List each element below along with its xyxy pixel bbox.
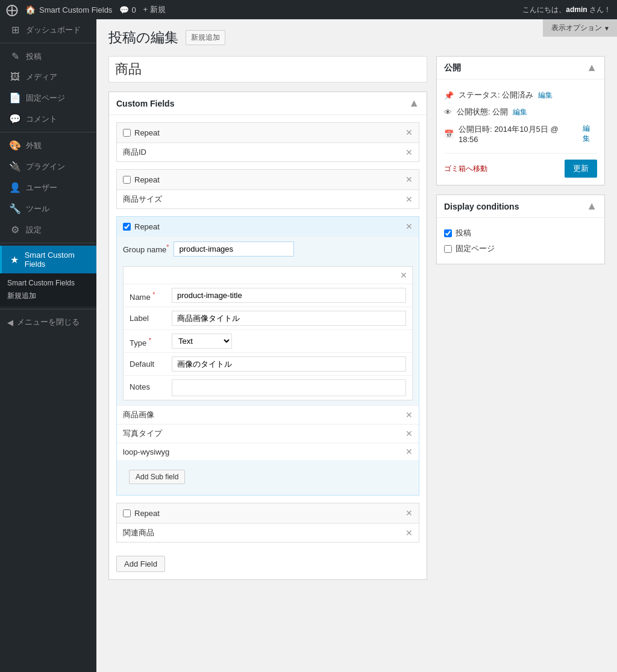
sf-name-input[interactable] <box>172 288 406 303</box>
sidebar-item-label: ユーザー <box>26 182 57 193</box>
sidebar-item-settings[interactable]: ⚙ 設定 <box>0 219 96 240</box>
cf-section-1-header: Repeat ✕ <box>117 123 419 143</box>
new-content-link[interactable]: + 新規 <box>143 4 166 15</box>
cf-field-name-2: 商品サイズ <box>123 194 406 205</box>
sidebar-item-label: ツール <box>26 204 49 214</box>
content-columns: Custom Fields ▲ Repeat ✕ <box>108 56 605 589</box>
pub-status-edit[interactable]: 編集 <box>538 90 553 101</box>
pub-visibility-edit[interactable]: 編集 <box>513 107 527 117</box>
pub-visibility-label: 公開状態: 公開 <box>457 107 508 117</box>
repeat-checkbox-3[interactable] <box>123 223 131 231</box>
post-title-input[interactable] <box>108 56 427 82</box>
sub-list-item-1: 商品画像 ✕ <box>117 405 419 424</box>
appearance-icon: 🎨 <box>9 140 21 151</box>
update-button[interactable]: 更新 <box>565 160 597 178</box>
group-name-input[interactable] <box>174 241 294 257</box>
sub-item-1-remove[interactable]: ✕ <box>406 410 413 420</box>
display-conditions-metabox: Display conditions ▲ 投稿 固定ページ <box>436 194 605 264</box>
sidebar-item-pages[interactable]: 📄 固定ページ <box>0 87 96 108</box>
cf-section-1-remove[interactable]: ✕ <box>406 128 413 137</box>
pub-actions: ゴミ箱へ移動 更新 <box>444 153 597 178</box>
sidebar-item-media[interactable]: 🖼 メディア <box>0 67 96 87</box>
cf-field-row-2: 商品サイズ ✕ <box>117 190 419 208</box>
sub-list-item-2: 写真タイプ ✕ <box>117 424 419 443</box>
sf-type-label: Type * <box>130 334 172 347</box>
cf-field-1-remove[interactable]: ✕ <box>406 148 413 157</box>
scf-submenu: Smart Custom Fields 新規追加 <box>0 273 96 306</box>
sf-type-select[interactable]: Text Textarea Image File Select Checkbox… <box>172 334 232 349</box>
cf-field-2-remove[interactable]: ✕ <box>406 194 413 204</box>
repeat-checkbox-2[interactable] <box>123 176 131 184</box>
sidebar-item-plugins[interactable]: 🔌 プラグイン <box>0 156 96 177</box>
custom-fields-metabox-header[interactable]: Custom Fields ▲ <box>109 92 427 115</box>
add-subfield-button[interactable]: Add Sub field <box>129 470 185 484</box>
group-name-label: Group name* <box>123 243 169 254</box>
pub-date-edit[interactable]: 編集 <box>583 123 597 144</box>
subfield-editor-close[interactable]: ✕ <box>400 270 407 280</box>
sidebar: ⊞ ダッシュボード ✎ 投稿 🖼 メディア 📄 固定ページ 💬 コメント 🎨 外… <box>0 19 96 672</box>
display-options-button[interactable]: 表示オプション ▾ <box>543 19 617 37</box>
tools-icon: 🔧 <box>9 203 21 214</box>
cf-section-2-remove[interactable]: ✕ <box>406 175 413 184</box>
new-post-action-button[interactable]: 新規追加 <box>186 30 225 45</box>
comments-link[interactable]: 💬 0 <box>119 5 136 14</box>
subfield-editor-header: ✕ <box>124 267 412 284</box>
repeat-label-last: Repeat <box>123 509 160 518</box>
dc-pages-checkbox[interactable] <box>444 245 452 253</box>
repeat-checkbox-1[interactable] <box>123 129 131 137</box>
sub-item-name-1: 商品画像 <box>123 409 406 420</box>
sidebar-item-users[interactable]: 👤 ユーザー <box>0 177 96 198</box>
sf-name-label: Name * <box>130 288 172 302</box>
sf-name-row: Name * <box>124 284 412 307</box>
site-name[interactable]: 🏠 Smart Custom Fields <box>25 5 112 14</box>
sidebar-item-label: 設定 <box>26 225 42 235</box>
pub-visibility-row: 👁 公開状態: 公開 編集 <box>444 104 597 120</box>
trash-link[interactable]: ゴミ箱へ移動 <box>444 164 487 174</box>
cf-section-repeat-remove[interactable]: ✕ <box>406 222 413 231</box>
sidebar-item-label: プラグイン <box>26 161 65 172</box>
sidebar-item-dashboard[interactable]: ⊞ ダッシュボード <box>0 19 96 40</box>
repeat-label-3: Repeat <box>123 222 160 231</box>
publish-metabox-header[interactable]: 公開 ▲ <box>437 57 604 79</box>
sidebar-item-appearance[interactable]: 🎨 外観 <box>0 135 96 156</box>
dc-posts-checkbox[interactable] <box>444 229 452 237</box>
sidebar-item-label: ダッシュボード <box>26 25 81 36</box>
wp-logo-icon: ⨁ <box>6 2 18 17</box>
display-conditions-content: 投稿 固定ページ <box>437 218 604 264</box>
plugins-icon: 🔌 <box>9 161 21 172</box>
sidebar-item-label: 投稿 <box>26 51 42 62</box>
sidebar-item-posts[interactable]: ✎ 投稿 <box>0 46 96 67</box>
display-conditions-header[interactable]: Display conditions ▲ <box>437 195 604 218</box>
sidebar-item-comments[interactable]: 💬 コメント <box>0 108 96 129</box>
cf-field-name-last: 関連商品 <box>123 527 406 538</box>
cf-section-repeat-header: Repeat ✕ <box>117 217 419 237</box>
display-conditions-title: Display conditions <box>444 202 519 211</box>
sidebar-item-label: コメント <box>26 114 57 125</box>
username-suffix: さん！ <box>587 5 611 14</box>
scf-submenu-new[interactable]: 新規追加 <box>0 289 96 303</box>
close-menu-button[interactable]: ◀ メニューを閉じる <box>0 312 96 332</box>
add-field-button[interactable]: Add Field <box>116 556 165 572</box>
sf-notes-input[interactable] <box>172 379 406 396</box>
sf-label-input[interactable] <box>172 311 406 326</box>
dc-pages-row: 固定ページ <box>444 241 597 257</box>
sidebar-item-scf[interactable]: ★ Smart Custom Fields <box>0 246 96 273</box>
sub-item-2-remove[interactable]: ✕ <box>406 429 413 438</box>
cf-field-row-1: 商品ID ✕ <box>117 143 419 161</box>
cf-section-2-header: Repeat ✕ <box>117 170 419 190</box>
admin-bar: ⨁ 🏠 Smart Custom Fields 💬 0 + 新規 こんにちは、a… <box>0 0 617 19</box>
posts-icon: ✎ <box>9 51 21 62</box>
cf-section-last-remove[interactable]: ✕ <box>406 508 413 518</box>
repeat-checkbox-last[interactable] <box>123 509 131 517</box>
cf-field-name-1: 商品ID <box>123 147 406 158</box>
comments-icon: 💬 <box>9 113 21 125</box>
users-icon: 👤 <box>9 182 21 193</box>
sidebar-item-tools[interactable]: 🔧 ツール <box>0 198 96 219</box>
sub-item-name-2: 写真タイプ <box>123 428 406 439</box>
sub-item-3-remove[interactable]: ✕ <box>406 447 413 456</box>
cf-section-repeat: Repeat ✕ Group name* <box>116 216 419 496</box>
subfield-editor: ✕ Name * Label <box>123 266 413 400</box>
cf-field-last-remove[interactable]: ✕ <box>406 528 413 538</box>
media-icon: 🖼 <box>9 72 21 82</box>
sf-default-input[interactable] <box>172 356 406 372</box>
